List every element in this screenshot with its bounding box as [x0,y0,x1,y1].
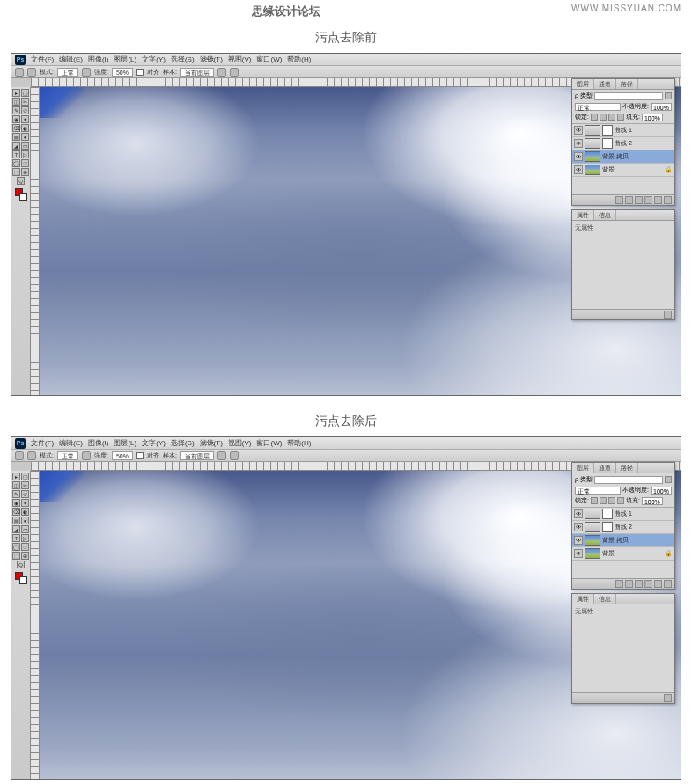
sample-select[interactable]: 当前图层 [180,451,214,460]
fill-field[interactable]: 100% [642,497,663,505]
tool-button[interactable]: ↺ [21,490,29,498]
tool-button[interactable]: ▭ [21,525,29,533]
tool-button[interactable]: ◫ [12,98,20,106]
menu-item[interactable]: 编辑(E) [59,438,83,448]
layer-row[interactable]: 👁背景 拷贝 [572,534,674,547]
menu-item[interactable]: 滤镜(T) [200,55,223,64]
tool-button[interactable]: ↺ [21,106,29,114]
tool-button[interactable]: ◢ [12,142,20,150]
new-layer-icon[interactable] [654,580,662,588]
lock-icons[interactable] [591,497,624,504]
tab-信息[interactable]: 信息 [594,594,616,604]
layer-mask[interactable] [602,138,613,149]
new-layer-icon[interactable] [654,196,662,204]
tool-preset-icon[interactable] [15,68,24,77]
menu-item[interactable]: 图像(I) [88,55,109,64]
background-swatch[interactable] [19,193,27,201]
blend-select[interactable]: 正常 [575,103,621,111]
brush-icon[interactable] [82,451,91,460]
menu-item[interactable]: 文字(Y) [142,438,166,448]
group-icon[interactable] [644,196,652,204]
blend-mode-select[interactable]: 正常 [57,451,78,460]
blend-select[interactable]: 正常 [575,487,621,495]
layer-thumbnail[interactable] [585,165,600,175]
aligned-checkbox[interactable] [136,69,144,76]
tool-button[interactable]: ▸ [12,473,20,480]
menu-item[interactable]: 文字(Y) [142,55,166,64]
tool-button[interactable]: ▸ [12,89,20,97]
aligned-checkbox[interactable] [136,452,144,459]
menu-item[interactable]: 窗口(W) [256,438,282,448]
tool-button[interactable]: ✦ [21,499,29,507]
menu-item[interactable]: 文件(F) [31,55,54,64]
adjustment-icon[interactable] [635,196,643,204]
tool-button[interactable]: ⌫ [12,508,20,516]
tool-button[interactable]: ▢ [21,473,29,480]
tool-button[interactable]: ◫ [12,481,20,489]
menu-item[interactable]: 帮助(H) [287,55,311,64]
visibility-icon[interactable]: 👁 [574,536,583,545]
tool-button[interactable]: ◉ [12,115,20,123]
tab-图层[interactable]: 图层 [572,463,594,473]
fx-icon[interactable] [615,196,623,204]
trash-icon[interactable] [664,580,672,588]
menu-item[interactable]: 选择(S) [171,55,195,64]
sample-select[interactable]: 当前图层 [180,68,214,77]
strength-field[interactable]: 50% [112,68,133,77]
layer-thumbnail[interactable] [585,548,600,559]
color-swatches[interactable] [15,572,27,584]
trash-icon[interactable] [664,311,672,319]
tab-图层[interactable]: 图层 [572,79,594,89]
fill-field[interactable]: 100% [642,114,663,121]
tool-button[interactable]: ✂ [21,481,29,489]
layer-mask[interactable] [602,509,613,519]
tool-button[interactable]: ◉ [12,499,20,507]
menu-item[interactable]: 视图(V) [228,55,252,64]
tool-button[interactable]: ✦ [21,115,29,123]
tool-button[interactable]: Q [17,177,25,185]
menu-item[interactable]: 文件(F) [31,438,54,448]
visibility-icon[interactable]: 👁 [574,139,583,148]
menu-item[interactable]: 选择(S) [171,438,195,448]
tool-button[interactable]: T [12,534,20,542]
brush-preset-icon[interactable] [27,68,36,77]
menu-item[interactable]: 帮助(H) [287,438,311,448]
menu-item[interactable]: 编辑(E) [59,55,83,64]
visibility-icon[interactable]: 👁 [574,126,583,135]
mask-icon[interactable] [625,580,633,588]
tool-button[interactable]: ▭ [21,142,29,150]
opacity-field[interactable]: 100% [651,487,672,495]
tool-button[interactable]: Q [17,561,25,568]
layer-mask[interactable] [602,125,613,136]
filter-icon[interactable] [665,92,672,99]
opacity-field[interactable]: 100% [651,103,672,111]
tool-button[interactable]: ▷ [21,534,29,542]
visibility-icon[interactable]: 👁 [574,152,583,161]
tab-通道[interactable]: 通道 [594,463,616,473]
tool-button[interactable]: ◯ [12,159,20,167]
tool-button[interactable]: ◯ [12,543,20,551]
tablet-icon[interactable] [230,68,239,77]
tool-button[interactable]: ▤ [12,517,20,524]
layer-row[interactable]: 👁曲线 1 [572,124,674,137]
layer-row[interactable]: 👁曲线 1 [572,508,674,521]
tool-button[interactable]: ● [21,517,29,524]
layer-row[interactable]: 👁背景🔒 [572,164,674,177]
menu-item[interactable]: 视图(V) [228,438,252,448]
pressure-icon[interactable] [217,451,226,460]
color-swatches[interactable] [15,188,27,201]
tablet-icon[interactable] [230,451,239,460]
layer-thumbnail[interactable] [585,535,600,546]
layer-thumbnail[interactable] [585,151,600,162]
tool-button[interactable]: ⬚ [12,168,20,176]
tool-button[interactable]: T [12,150,20,158]
brush-preset-icon[interactable] [27,451,36,460]
tool-button[interactable]: ● [21,133,29,141]
filter-icon[interactable] [665,476,672,483]
brush-icon[interactable] [82,68,91,77]
tab-属性[interactable]: 属性 [572,210,594,220]
tab-路径[interactable]: 路径 [616,463,638,473]
layer-thumbnail[interactable] [585,509,600,519]
tool-button[interactable]: ☞ [21,543,29,551]
trash-icon[interactable] [664,694,672,702]
